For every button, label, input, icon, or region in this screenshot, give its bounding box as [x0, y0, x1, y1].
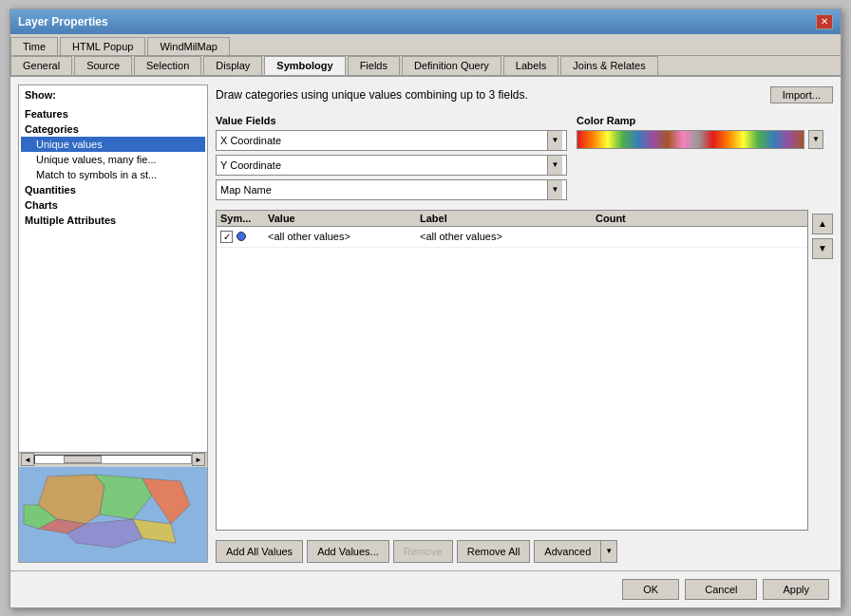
- color-ramp-label: Color Ramp: [577, 115, 833, 126]
- cell-sym: ✓: [217, 231, 264, 243]
- move-up-button[interactable]: ▲: [812, 214, 833, 234]
- tab-time[interactable]: Time: [10, 37, 58, 55]
- sidebar-tree: Features Categories Unique values Unique…: [19, 104, 207, 452]
- move-down-button[interactable]: ▼: [812, 238, 833, 259]
- values-table: Sym... Value Label Count ✓ <all other va…: [216, 210, 808, 531]
- field-2-value: Y Coordinate: [220, 159, 547, 171]
- header-value: Value: [264, 213, 416, 224]
- tab-labels[interactable]: Labels: [503, 56, 558, 75]
- table-side-buttons: ▲ ▼: [812, 210, 833, 531]
- tab-fields[interactable]: Fields: [348, 56, 400, 75]
- row-symbol-dot: [236, 232, 246, 241]
- sidebar-item-match-symbols[interactable]: Match to symbols in a st...: [21, 167, 205, 182]
- window-title: Layer Properties: [18, 15, 108, 28]
- ok-button[interactable]: OK: [622, 579, 679, 600]
- tab-joins-relates[interactable]: Joins & Relates: [560, 56, 657, 75]
- sidebar-item-quantities[interactable]: Quantities: [21, 182, 205, 197]
- sidebar-item-unique-values[interactable]: Unique values: [21, 137, 205, 152]
- tab-windmilmap[interactable]: WindMilMap: [147, 37, 230, 55]
- header-label: Label: [416, 213, 592, 224]
- add-values-button[interactable]: Add Values...: [307, 540, 389, 563]
- table-row[interactable]: ✓ <all other values> <all other values>: [217, 227, 807, 248]
- value-fields-label: Value Fields: [216, 115, 567, 126]
- sidebar-item-charts[interactable]: Charts: [21, 197, 205, 213]
- remove-button[interactable]: Remove: [393, 540, 453, 563]
- top-tab-row: Time HTML Popup WindMilMap: [10, 34, 841, 56]
- apply-button[interactable]: Apply: [763, 579, 829, 600]
- table-header: Sym... Value Label Count: [217, 211, 807, 227]
- sidebar-preview: [19, 467, 207, 562]
- value-fields-section: Value Fields X Coordinate ▼ Y Coordinate…: [216, 115, 567, 204]
- tab-definition-query[interactable]: Definition Query: [402, 56, 501, 75]
- tab-source[interactable]: Source: [74, 56, 132, 75]
- color-ramp-container: ▼: [577, 130, 833, 149]
- row-checkbox[interactable]: ✓: [220, 231, 233, 243]
- tab-selection[interactable]: Selection: [134, 56, 201, 75]
- dialog-footer: OK Cancel Apply: [10, 570, 841, 607]
- scroll-left-arrow[interactable]: ◄: [21, 453, 34, 466]
- content-area: Show: Features Categories Unique values …: [10, 77, 841, 570]
- bottom-tab-row: General Source Selection Display Symbolo…: [10, 56, 841, 77]
- layer-properties-window: Layer Properties ✕ Time HTML Popup WindM…: [9, 9, 842, 608]
- advanced-main-button[interactable]: Advanced: [534, 540, 600, 563]
- sidebar-item-multiple-attributes[interactable]: Multiple Attributes: [21, 213, 205, 228]
- header-sym: Sym...: [217, 213, 264, 224]
- tab-general[interactable]: General: [10, 56, 72, 75]
- sidebar-item-categories[interactable]: Categories: [21, 121, 205, 137]
- dropdown-arrow-1[interactable]: ▼: [547, 131, 562, 150]
- dropdown-arrow-2[interactable]: ▼: [547, 156, 562, 175]
- tab-display[interactable]: Display: [203, 56, 262, 75]
- cell-label: <all other values>: [416, 231, 592, 242]
- preview-map-svg: [19, 467, 207, 562]
- color-ramp-arrow[interactable]: ▼: [808, 130, 823, 149]
- bottom-buttons: Add All Values Add Values... Remove Remo…: [216, 540, 833, 563]
- advanced-dropdown-arrow[interactable]: ▼: [600, 540, 617, 563]
- sidebar-scrollbar[interactable]: ◄ ►: [19, 452, 207, 467]
- add-all-values-button[interactable]: Add All Values: [216, 540, 303, 563]
- advanced-button-group: Advanced ▼: [534, 540, 617, 563]
- cancel-button[interactable]: Cancel: [685, 579, 757, 600]
- main-panel: Draw categories using unique values comb…: [216, 84, 833, 563]
- remove-all-button[interactable]: Remove All: [457, 540, 531, 563]
- import-button[interactable]: Import...: [770, 86, 833, 103]
- scrollbar-track[interactable]: [34, 455, 192, 464]
- header-count: Count: [592, 213, 807, 224]
- fields-colorramp-row: Value Fields X Coordinate ▼ Y Coordinate…: [216, 115, 833, 204]
- values-table-container: Sym... Value Label Count ✓ <all other va…: [216, 210, 833, 531]
- color-ramp-bar[interactable]: [577, 130, 804, 149]
- main-top-row: Draw categories using unique values comb…: [216, 84, 833, 105]
- tab-symbology[interactable]: Symbology: [264, 56, 345, 75]
- field-3-value: Map Name: [220, 184, 547, 196]
- close-button[interactable]: ✕: [816, 14, 833, 29]
- scrollbar-thumb[interactable]: [64, 456, 102, 463]
- sidebar-item-unique-values-many[interactable]: Unique values, many fie...: [21, 152, 205, 167]
- field-1-value: X Coordinate: [220, 135, 547, 146]
- field-dropdown-1[interactable]: X Coordinate ▼: [216, 130, 567, 151]
- title-bar-controls: ✕: [816, 14, 833, 29]
- draw-description: Draw categories using unique values comb…: [216, 84, 528, 105]
- color-ramp-section: Color Ramp ▼: [577, 115, 833, 149]
- dropdown-arrow-3[interactable]: ▼: [547, 180, 562, 199]
- sidebar: Show: Features Categories Unique values …: [18, 84, 208, 563]
- scroll-right-arrow[interactable]: ►: [192, 453, 205, 466]
- title-bar: Layer Properties ✕: [10, 9, 841, 34]
- field-dropdown-3[interactable]: Map Name ▼: [216, 179, 567, 200]
- field-dropdown-2[interactable]: Y Coordinate ▼: [216, 155, 567, 176]
- show-label: Show:: [19, 85, 207, 104]
- cell-value: <all other values>: [264, 231, 416, 242]
- sidebar-item-features[interactable]: Features: [21, 106, 205, 121]
- tab-html-popup[interactable]: HTML Popup: [60, 37, 145, 55]
